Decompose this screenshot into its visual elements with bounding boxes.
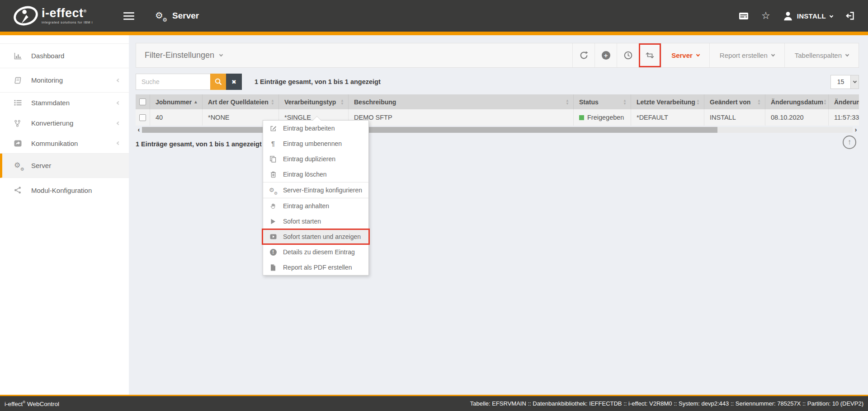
filter-toolbar: Filter-Einstellungen + Server [136, 43, 859, 68]
scroll-to-top-button[interactable]: ↑ [843, 135, 856, 149]
main-content: Filter-Einstellungen + Server [129, 35, 868, 395]
play-square-icon [269, 234, 277, 239]
arrow-up-icon: ↑ [848, 138, 852, 147]
add-entry-button[interactable]: + [594, 43, 617, 67]
tabellenspalten-dropdown[interactable]: Tabellenspalten [784, 43, 859, 67]
menu-item-eintrag-anhalten[interactable]: Eintrag anhalten [263, 198, 368, 214]
status-badge: Freigegeben [587, 114, 624, 121]
user-name: INSTALL [797, 12, 826, 20]
sidebar-item-konvertierung[interactable]: Konvertierung [0, 113, 129, 133]
column-header-letzte-verarbeitung[interactable]: Letzte Verarbeitung ▲▼ [631, 94, 704, 109]
journal-icon [14, 77, 26, 84]
status-bar: i-effect® WebControl Tabelle: EFSRVMAIN … [0, 395, 868, 411]
menu-item-sofort-starten-und-anzeigen[interactable]: Sofort starten und anzeigen [263, 229, 368, 244]
row-checkbox[interactable] [139, 114, 146, 121]
play-icon [269, 219, 277, 224]
report-erstellen-dropdown[interactable]: Report erstellen [709, 43, 784, 67]
console-icon[interactable] [739, 12, 749, 20]
select-all-cell [136, 94, 150, 109]
menu-item-report-als-pdf-erstellen[interactable]: Report als PDF erstellen [263, 260, 368, 275]
chevron-down-icon [219, 52, 223, 56]
refresh-icon [580, 51, 588, 60]
schedule-button[interactable] [617, 43, 639, 67]
chevron-left-icon [117, 101, 120, 104]
sidebar-item-monitoring[interactable]: Monitoring [0, 68, 129, 93]
column-header-quelldateien[interactable]: Art der Quelldateien ▲▼ [203, 94, 279, 109]
chevron-left-icon [117, 141, 120, 145]
clock-icon [624, 51, 632, 60]
restart-jobs-button[interactable] [639, 43, 661, 67]
exclamation-circle-icon: ! [269, 249, 277, 256]
column-header-beschreibung[interactable]: Beschreibung ▲▼ [349, 94, 574, 109]
search-icon [215, 78, 222, 85]
clear-search-button[interactable]: ✖ [226, 74, 242, 90]
retweet-icon [645, 52, 655, 59]
footer-system-info: Tabelle: EFSRVMAIN :: Datenbankbibliothe… [470, 400, 863, 407]
chevron-down-icon [853, 79, 856, 83]
sidebar-item-label: Konvertierung [31, 119, 73, 127]
sidebar-item-server[interactable]: ⚙⚙ Server [0, 154, 129, 178]
search-button[interactable] [210, 74, 226, 90]
menu-item-eintrag-duplizieren[interactable]: Eintrag duplizieren [263, 151, 368, 167]
menu-item-details-zu-diesem-eintrag[interactable]: ! Details zu diesem Eintrag [263, 244, 368, 260]
menu-item-sofort-starten[interactable]: Sofort starten [263, 214, 368, 229]
list-icon [14, 99, 26, 106]
chevron-down-icon [771, 52, 775, 56]
sidebar: Dashboard Monitoring Stammdaten [0, 35, 129, 395]
refresh-button[interactable] [572, 43, 594, 67]
chevron-left-icon [117, 121, 120, 125]
scroll-right-arrow[interactable]: › [853, 126, 859, 133]
column-header-verarbeitungstyp[interactable]: Verarbeitungstyp ▲▼ [279, 94, 349, 109]
favorites-star-icon[interactable]: ☆ [761, 11, 770, 21]
menu-item-server-eintrag-konfigurieren[interactable]: ⚙⚙ Server-Eintrag konfigurieren [263, 182, 368, 198]
page-size-select[interactable]: 15 [830, 75, 859, 89]
column-header-geaendert-von[interactable]: Geändert von ▲▼ [704, 94, 765, 109]
column-header-aenderungszeit[interactable]: Änderungszeit [829, 94, 859, 109]
sidebar-item-label: Dashboard [31, 52, 64, 60]
page-title: ⚙⚙ Server [155, 11, 199, 21]
table-header-row: Jobnummer ▲ Art der Quelldateien ▲▼ Vera… [136, 94, 859, 109]
brand-name: i-effect® [42, 7, 93, 19]
pilcrow-icon: ¶ [269, 140, 277, 147]
sidebar-item-label: Kommunikation [31, 140, 78, 147]
column-header-status[interactable]: Status ▲▼ [574, 94, 631, 109]
server-dropdown[interactable]: Server [661, 43, 709, 67]
column-header-jobnummer[interactable]: Jobnummer ▲ [150, 94, 203, 109]
menu-item-eintrag-loeschen[interactable]: Eintrag löschen [263, 167, 368, 182]
filter-settings-dropdown[interactable]: Filter-Einstellungen [136, 43, 222, 67]
scrollbar-track[interactable] [142, 127, 853, 133]
brand-tagline: integrated solutions for IBM i [42, 21, 93, 24]
result-summary-bottom: 1 Einträge gesamt, von 1 bis 1 angezeigt [136, 140, 859, 148]
column-header-aenderungsdatum[interactable]: Änderungsdatum ▲▼ [765, 94, 829, 109]
page-size-value: 15 [831, 75, 850, 89]
scroll-left-arrow[interactable]: ‹ [136, 126, 142, 133]
accent-strip [0, 32, 868, 35]
user-menu[interactable]: INSTALL [783, 11, 833, 21]
sidebar-toggle-button[interactable] [123, 12, 134, 20]
search-input[interactable] [136, 74, 210, 90]
sidebar-item-modul-konfiguration[interactable]: Modul-Konfiguration [0, 178, 129, 202]
sidebar-item-dashboard[interactable]: Dashboard [0, 44, 129, 68]
context-menu-caret [313, 117, 321, 121]
sidebar-item-stammdaten[interactable]: Stammdaten [0, 93, 129, 113]
app-logo[interactable]: i-effect® integrated solutions for IBM i [13, 5, 93, 26]
menu-item-eintrag-umbenennen[interactable]: ¶ Eintrag umbenennen [263, 136, 368, 151]
share-square-icon [14, 140, 26, 147]
table-row[interactable]: 40 *NONE *SINGLE DEMO SFTP Freigegeben *… [136, 109, 859, 126]
select-all-checkbox[interactable] [139, 98, 146, 105]
cell-geaendert-von: INSTALL [704, 109, 765, 126]
hand-stop-icon [269, 203, 277, 210]
sidebar-item-label: Modul-Konfiguration [31, 187, 92, 194]
result-summary-top: 1 Einträge gesamt, von 1 bis 1 angezeigt [255, 78, 381, 85]
copy-icon [269, 156, 277, 163]
sidebar-item-label: Monitoring [31, 76, 63, 84]
sidebar-item-label: Server [31, 162, 51, 169]
scrollbar-thumb[interactable] [142, 127, 717, 133]
sidebar-item-kommunikation[interactable]: Kommunikation [0, 133, 129, 154]
status-green-square [579, 115, 584, 120]
logout-icon[interactable] [845, 12, 854, 20]
sort-icon: ▲▼ [340, 99, 344, 105]
menu-item-eintrag-bearbeiten[interactable]: Eintrag bearbeiten [263, 121, 368, 136]
sort-asc-icon: ▲ [193, 99, 198, 104]
cell-letzte-verarbeitung: *DEFAULT [631, 109, 704, 126]
